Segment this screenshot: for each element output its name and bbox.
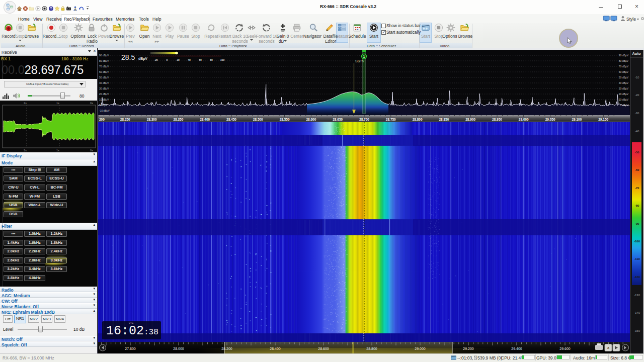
svg-text:29.600: 29.600 [559,347,571,350]
svg-text:20 dBµV: 20 dBµV [619,93,629,96]
svg-text:40: 40 [188,58,191,61]
svg-text:28.400: 28.400 [200,118,210,121]
svg-text:28.500: 28.500 [253,118,263,121]
svg-text:0 dBµV: 0 dBµV [620,104,628,107]
svg-text:100: 100 [220,58,225,61]
svg-text:90 dBµV: 90 dBµV [619,54,629,57]
svg-text:70 dBµV: 70 dBµV [99,65,109,68]
svg-text:-20: -20 [635,94,639,97]
svg-text:40 dBµV: 40 dBµV [619,81,629,84]
svg-text:200: 200 [99,118,105,121]
svg-text:80 dBµV: 80 dBµV [99,59,109,62]
svg-text:28.850: 28.850 [439,118,449,121]
svg-text:70 dBµV: 70 dBµV [619,65,629,68]
svg-text:29.050: 29.050 [545,118,555,121]
svg-text:29.150: 29.150 [598,118,608,121]
svg-text:29.000: 29.000 [519,118,529,121]
svg-text:28.800: 28.800 [366,347,377,350]
svg-text:-70: -70 [635,187,639,190]
svg-text:1: 1 [363,55,365,58]
svg-text:-100: -100 [634,240,640,243]
svg-text:50 dBµV: 50 dBµV [619,76,629,79]
svg-text:2s: 2s [24,149,27,152]
svg-text:a: a [607,346,609,349]
svg-text:28.400: 28.400 [270,347,281,350]
svg-text:-150: -150 [634,329,640,332]
svg-text:29.200: 29.200 [463,347,474,350]
svg-text:10 dBµV: 10 dBµV [99,98,109,101]
svg-text:-10: -10 [635,76,639,79]
svg-text:0: 0 [167,58,168,61]
svg-text:-20: -20 [154,58,157,61]
svg-text:-120: -120 [634,276,640,279]
svg-text:28.250: 28.250 [120,118,130,121]
svg-text:1s: 1s [56,102,59,105]
svg-text:28.700: 28.700 [359,118,369,121]
svg-text:80 dBµV: 80 dBµV [619,59,629,62]
svg-text:40 dBµV: 40 dBµV [99,81,109,84]
svg-text:28.000: 28.000 [173,347,184,350]
svg-text:60: 60 [199,58,202,61]
svg-text:-30: -30 [635,112,639,115]
svg-text:-10 dBµV: -10 dBµV [99,109,110,112]
svg-text:60 dBµV: 60 dBµV [99,70,109,73]
svg-text:20: 20 [177,58,180,61]
svg-text:-130: -130 [634,294,640,297]
svg-text:dBµV: dBµV [138,57,147,61]
svg-text:-140: -140 [634,311,640,314]
svg-text:-50: -50 [635,151,639,154]
svg-text:28.550: 28.550 [280,118,290,121]
svg-text:28.600: 28.600 [306,118,316,121]
svg-text:28.350: 28.350 [173,118,183,121]
svg-text:28.750: 28.750 [386,118,396,121]
svg-text:28.950: 28.950 [492,118,502,121]
svg-text:29.400: 29.400 [511,347,522,350]
svg-text:50 dBµV: 50 dBµV [99,76,109,79]
svg-text:90 dBµV: 90 dBµV [99,54,109,57]
svg-text:29.100: 29.100 [572,118,582,121]
svg-text:80: 80 [210,58,213,61]
svg-text:0s: 0s [90,102,93,105]
svg-text:60 dBµV: 60 dBµV [619,70,629,73]
svg-text:-90: -90 [635,222,639,225]
svg-text:28.5: 28.5 [121,53,135,61]
svg-text:28.800: 28.800 [413,118,423,121]
svg-text:-80: -80 [635,204,639,207]
svg-text:-40: -40 [635,130,639,133]
svg-text:-60: -60 [635,168,639,171]
svg-text:28.300: 28.300 [147,118,157,121]
svg-text:29.000: 29.000 [415,347,426,350]
svg-text:28.650: 28.650 [333,118,343,121]
svg-text:0s: 0s [90,149,93,152]
svg-text:28.200: 28.200 [221,347,232,350]
svg-text:27.800: 27.800 [125,347,136,350]
svg-text:28.450: 28.450 [226,118,236,121]
svg-text:28.600: 28.600 [318,347,329,350]
svg-text:Auto: Auto [632,51,640,56]
svg-text:28.900: 28.900 [465,118,475,121]
svg-text:30 dBµV: 30 dBµV [619,87,629,90]
svg-text:10 dBµV: 10 dBµV [619,98,629,101]
svg-text:30 dBµV: 30 dBµV [99,87,109,90]
svg-text:0 dBµV: 0 dBµV [99,104,108,107]
svg-text:2s: 2s [24,102,27,105]
svg-text:-110: -110 [634,257,640,260]
svg-text:1s: 1s [56,149,59,152]
svg-text:20 dBµV: 20 dBµV [99,93,109,96]
